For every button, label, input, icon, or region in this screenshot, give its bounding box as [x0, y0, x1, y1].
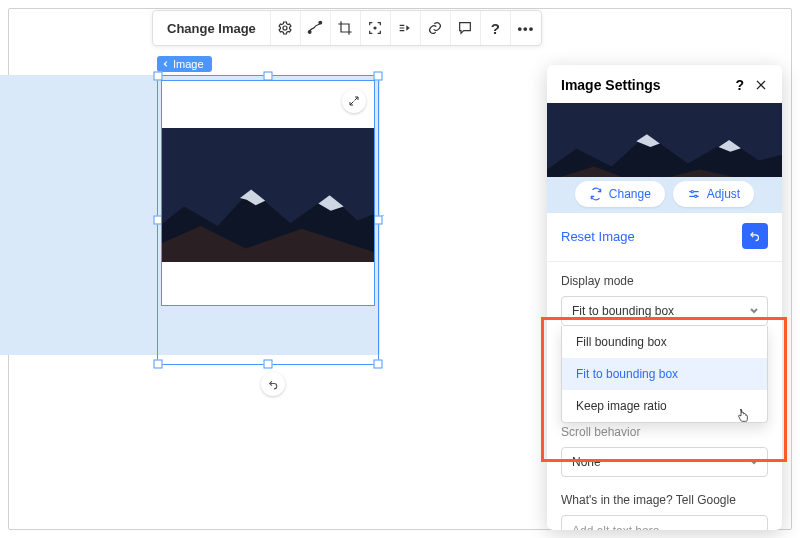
chevron-down-icon	[749, 304, 759, 318]
change-button[interactable]: Change	[575, 181, 665, 207]
adjust-button[interactable]: Adjust	[673, 181, 754, 207]
svg-point-2	[319, 21, 322, 24]
undo-chip[interactable]	[261, 372, 285, 396]
expand-button[interactable]	[342, 89, 366, 113]
svg-point-3	[374, 27, 376, 29]
path-icon	[307, 20, 323, 36]
expand-icon	[348, 95, 360, 107]
swap-icon	[589, 187, 603, 201]
option-fill[interactable]: Fill bounding box	[562, 326, 767, 358]
image-settings-panel: Image Settings ? Change Adjust Reset Ima…	[547, 65, 782, 530]
panel-title: Image Settings	[561, 77, 661, 93]
panel-preview: Change Adjust	[547, 103, 782, 213]
question-icon: ?	[491, 20, 500, 37]
element-tag-label: Image	[173, 58, 204, 70]
link-icon	[427, 20, 443, 36]
handle-sw[interactable]	[154, 360, 163, 369]
crop-icon	[337, 20, 353, 36]
dots-icon: •••	[518, 21, 535, 36]
focal-button[interactable]	[361, 11, 391, 45]
display-mode-label: Display mode	[561, 274, 768, 288]
comment-button[interactable]	[451, 11, 481, 45]
scroll-section: Scroll behavior None	[547, 423, 782, 477]
svg-point-15	[694, 195, 696, 197]
preview-image	[547, 103, 782, 177]
scroll-label: Scroll behavior	[561, 425, 768, 439]
alt-section: What's in the image? Tell Google Add alt…	[547, 477, 782, 530]
adjust-label: Adjust	[707, 187, 740, 201]
help-button[interactable]: ?	[481, 11, 511, 45]
settings-button[interactable]	[271, 11, 301, 45]
display-mode-section: Display mode Fit to bounding box Fill bo…	[547, 262, 782, 423]
link-button[interactable]	[421, 11, 451, 45]
image-content	[162, 128, 374, 262]
display-mode-select[interactable]: Fit to bounding box	[561, 296, 768, 326]
svg-point-1	[309, 31, 312, 34]
reset-link[interactable]: Reset Image	[561, 229, 635, 244]
mask-button[interactable]	[391, 11, 421, 45]
comment-icon	[457, 20, 473, 36]
display-mode-dropdown: Fill bounding box Fit to bounding box Ke…	[561, 326, 768, 423]
animation-button[interactable]	[301, 11, 331, 45]
image-toolbar: Change Image ? •••	[152, 10, 542, 46]
option-keep[interactable]: Keep image ratio	[562, 390, 767, 422]
chevron-left-icon	[162, 60, 170, 68]
image-box[interactable]	[161, 80, 375, 306]
handle-s[interactable]	[264, 360, 273, 369]
undo-icon	[267, 378, 280, 391]
element-tag[interactable]: Image	[157, 56, 212, 72]
svg-point-14	[691, 191, 693, 193]
reset-row: Reset Image	[547, 213, 782, 262]
change-label: Change	[609, 187, 651, 201]
svg-point-0	[283, 26, 287, 30]
chevron-down-icon	[749, 455, 759, 469]
scroll-select[interactable]: None	[561, 447, 768, 477]
mask-icon	[397, 20, 413, 36]
preview-actions: Change Adjust	[547, 177, 782, 213]
revert-icon	[748, 229, 762, 243]
scroll-value: None	[572, 455, 601, 469]
close-icon[interactable]	[754, 78, 768, 92]
handle-se[interactable]	[374, 360, 383, 369]
alt-text-input[interactable]: Add alt text here	[561, 515, 768, 530]
gear-icon	[277, 20, 293, 36]
panel-header: Image Settings ?	[547, 65, 782, 103]
display-mode-value: Fit to bounding box	[572, 304, 674, 318]
option-fit[interactable]: Fit to bounding box	[562, 358, 767, 390]
alt-label: What's in the image? Tell Google	[561, 493, 768, 507]
reset-button[interactable]	[742, 223, 768, 249]
sliders-icon	[687, 187, 701, 201]
more-button[interactable]: •••	[511, 11, 541, 45]
crop-button[interactable]	[331, 11, 361, 45]
change-image-button[interactable]: Change Image	[153, 11, 271, 45]
scan-icon	[367, 20, 383, 36]
panel-help-button[interactable]: ?	[735, 77, 744, 93]
